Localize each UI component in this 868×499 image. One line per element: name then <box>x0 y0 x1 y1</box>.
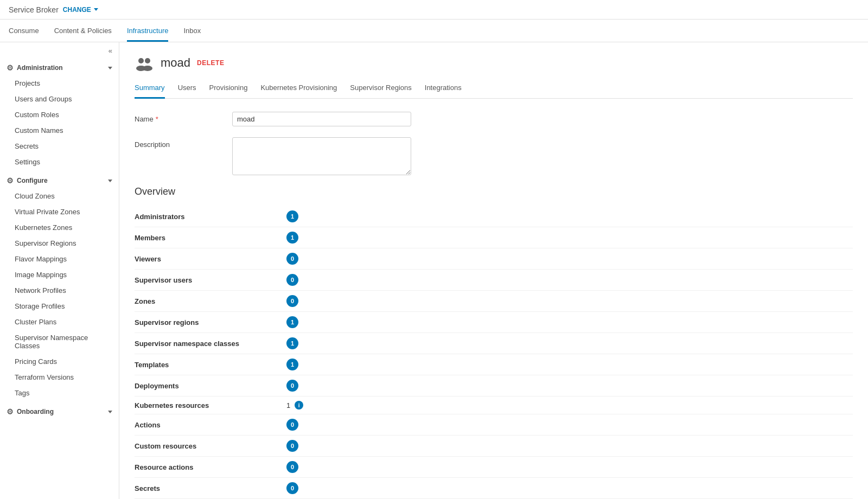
project-icon <box>135 53 154 73</box>
overview-badge: 0 <box>286 253 298 265</box>
overview-row-label: Members <box>135 234 286 242</box>
sidebar-item-terraform-versions[interactable]: Terraform Versions <box>0 369 119 385</box>
change-button[interactable]: CHANGE <box>63 6 98 14</box>
sidebar-item-users-groups[interactable]: Users and Groups <box>0 91 119 107</box>
overview-row-value: 0 <box>286 253 298 265</box>
overview-row-value: 1 <box>286 210 298 222</box>
sidebar-item-custom-roles[interactable]: Custom Roles <box>0 107 119 123</box>
administration-chevron-icon <box>108 67 112 69</box>
svg-point-3 <box>143 66 152 71</box>
overview-row: Supervisor namespace classes1 <box>135 333 853 354</box>
sidebar-item-pricing-cards[interactable]: Pricing Cards <box>0 354 119 369</box>
overview-row-value: 1 <box>286 316 298 328</box>
sidebar-section-onboarding-header[interactable]: ⚙ Onboarding <box>0 403 119 419</box>
sidebar-item-flavor-mappings[interactable]: Flavor Mappings <box>0 251 119 267</box>
nav-tabs: Consume Content & Policies Infrastructur… <box>0 20 868 42</box>
nav-tab-consume[interactable]: Consume <box>9 20 39 42</box>
svg-point-0 <box>138 58 144 63</box>
overview-badge: 1 <box>286 316 298 328</box>
overview-row-label: Supervisor users <box>135 276 286 284</box>
overview-row: Administrators1 <box>135 206 853 227</box>
top-bar: Service Broker CHANGE <box>0 0 868 20</box>
overview-badge: 1 <box>286 337 298 349</box>
content-area: moad DELETE Summary Users Provisioning K… <box>119 42 868 499</box>
overview-row-label: Viewers <box>135 255 286 263</box>
overview-row-label: Resource actions <box>135 463 286 471</box>
content-tab-provisioning[interactable]: Provisioning <box>209 84 248 99</box>
sidebar-section-administration: ⚙ Administration Projects Users and Grou… <box>0 59 119 170</box>
sidebar-collapse-button[interactable]: « <box>0 42 119 59</box>
sidebar-item-virtual-private-zones[interactable]: Virtual Private Zones <box>0 204 119 220</box>
sidebar-item-network-profiles[interactable]: Network Profiles <box>0 283 119 298</box>
sidebar-item-cloud-zones[interactable]: Cloud Zones <box>0 188 119 204</box>
overview-row-label: Supervisor regions <box>135 318 286 327</box>
sidebar-item-image-mappings[interactable]: Image Mappings <box>0 267 119 283</box>
sidebar-item-custom-names[interactable]: Custom Names <box>0 123 119 138</box>
overview-info-icon[interactable]: i <box>295 401 303 410</box>
overview-badge: 0 <box>286 380 298 392</box>
sidebar-item-supervisor-regions[interactable]: Supervisor Regions <box>0 235 119 251</box>
sidebar-item-settings[interactable]: Settings <box>0 154 119 170</box>
overview-row: Templates1 <box>135 354 853 375</box>
overview-badge: 0 <box>286 482 298 494</box>
overview-rows: Administrators1Members1Viewers0Superviso… <box>135 206 853 499</box>
nav-tab-content-policies[interactable]: Content & Policies <box>54 20 112 42</box>
sidebar-item-kubernetes-zones[interactable]: Kubernetes Zones <box>0 220 119 235</box>
nav-tab-infrastructure[interactable]: Infrastructure <box>127 20 169 42</box>
sidebar-item-cluster-plans[interactable]: Cluster Plans <box>0 314 119 330</box>
sidebar-section-onboarding: ⚙ Onboarding <box>0 403 119 419</box>
overview-row-value: 0 <box>286 274 298 286</box>
overview-row: Actions0 <box>135 414 853 436</box>
overview-row-value: 1 <box>286 337 298 349</box>
content-tab-summary[interactable]: Summary <box>135 84 165 99</box>
required-star: * <box>156 115 158 123</box>
overview-row: Secrets0 <box>135 478 853 499</box>
sidebar-item-secrets[interactable]: Secrets <box>0 138 119 154</box>
overview-badge: 1 <box>286 232 298 244</box>
content-tab-supervisor-regions[interactable]: Supervisor Regions <box>350 84 411 99</box>
overview-badge: 0 <box>286 274 298 286</box>
overview-badge: 0 <box>286 440 298 452</box>
overview-row-label: Actions <box>135 421 286 429</box>
nav-tab-inbox[interactable]: Inbox <box>183 20 201 42</box>
configure-gear-icon: ⚙ <box>7 176 14 185</box>
overview-badge: 0 <box>286 295 298 307</box>
description-label: Description <box>135 137 232 149</box>
overview-row-label: Supervisor namespace classes <box>135 340 286 348</box>
overview-row: Resource actions0 <box>135 457 853 478</box>
description-field-row: Description <box>135 137 853 175</box>
main-layout: « ⚙ Administration Projects Users and Gr… <box>0 42 868 499</box>
overview-row-value: 1i <box>286 401 303 410</box>
sidebar: « ⚙ Administration Projects Users and Gr… <box>0 42 119 499</box>
content-tab-integrations[interactable]: Integrations <box>425 84 462 99</box>
change-chevron-icon <box>94 8 98 11</box>
overview-row-value: 0 <box>286 461 298 473</box>
sidebar-section-configure-header[interactable]: ⚙ Configure <box>0 172 119 188</box>
content-tab-users[interactable]: Users <box>178 84 196 99</box>
delete-button[interactable]: DELETE <box>197 59 224 67</box>
sidebar-item-projects[interactable]: Projects <box>0 75 119 91</box>
sidebar-item-storage-profiles[interactable]: Storage Profiles <box>0 298 119 314</box>
overview-row-value: 1 <box>286 359 298 370</box>
overview-row-value: 0 <box>286 419 298 431</box>
sidebar-section-administration-header[interactable]: ⚙ Administration <box>0 59 119 75</box>
overview-row-value: 0 <box>286 440 298 452</box>
page-header: moad DELETE <box>135 53 853 73</box>
overview-row-label: Deployments <box>135 382 286 390</box>
overview-section: Overview Administrators1Members1Viewers0… <box>135 186 853 499</box>
overview-badge: 1 <box>286 359 298 370</box>
content-tabs: Summary Users Provisioning Kubernetes Pr… <box>135 84 853 99</box>
name-input[interactable] <box>232 112 411 126</box>
description-textarea[interactable] <box>232 137 411 175</box>
overview-badge: 0 <box>286 419 298 431</box>
sidebar-item-tags[interactable]: Tags <box>0 385 119 401</box>
overview-row: Supervisor regions1 <box>135 312 853 333</box>
overview-row-label: Secrets <box>135 484 286 492</box>
content-tab-kubernetes-provisioning[interactable]: Kubernetes Provisioning <box>260 84 337 99</box>
svg-point-1 <box>145 58 150 63</box>
sidebar-item-supervisor-namespace-classes[interactable]: Supervisor Namespace Classes <box>0 330 119 354</box>
sidebar-section-configure: ⚙ Configure Cloud Zones Virtual Private … <box>0 172 119 401</box>
overview-badge: 1 <box>286 210 298 222</box>
overview-row: Supervisor users0 <box>135 270 853 291</box>
configure-items: Cloud Zones Virtual Private Zones Kubern… <box>0 188 119 401</box>
